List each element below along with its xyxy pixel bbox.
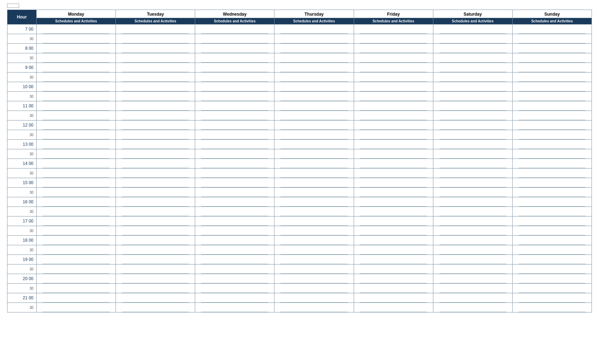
- schedule-cell[interactable]: [433, 73, 512, 82]
- schedule-cell[interactable]: [354, 178, 433, 188]
- schedule-cell[interactable]: [274, 207, 354, 216]
- schedule-cell[interactable]: [195, 159, 274, 168]
- schedule-cell[interactable]: [116, 159, 195, 168]
- schedule-cell[interactable]: [116, 264, 195, 274]
- schedule-cell[interactable]: [195, 168, 274, 178]
- schedule-cell[interactable]: [195, 264, 274, 274]
- schedule-cell[interactable]: [195, 73, 274, 82]
- schedule-cell[interactable]: [116, 293, 195, 303]
- schedule-cell[interactable]: [37, 188, 116, 197]
- schedule-cell[interactable]: [274, 168, 354, 178]
- schedule-cell[interactable]: [354, 207, 433, 216]
- schedule-cell[interactable]: [433, 111, 512, 121]
- schedule-cell[interactable]: [37, 130, 116, 140]
- schedule-cell[interactable]: [274, 53, 354, 63]
- schedule-cell[interactable]: [354, 226, 433, 236]
- schedule-cell[interactable]: [37, 111, 116, 121]
- schedule-cell[interactable]: [274, 121, 354, 130]
- schedule-cell[interactable]: [354, 236, 433, 245]
- schedule-cell[interactable]: [512, 53, 592, 63]
- schedule-cell[interactable]: [354, 130, 433, 140]
- schedule-cell[interactable]: [512, 82, 592, 92]
- schedule-cell[interactable]: [512, 168, 592, 178]
- schedule-cell[interactable]: [195, 44, 274, 53]
- schedule-cell[interactable]: [195, 130, 274, 140]
- schedule-cell[interactable]: [116, 178, 195, 188]
- schedule-cell[interactable]: [512, 111, 592, 121]
- schedule-cell[interactable]: [512, 178, 592, 188]
- schedule-cell[interactable]: [195, 226, 274, 236]
- schedule-cell[interactable]: [433, 130, 512, 140]
- schedule-cell[interactable]: [512, 274, 592, 284]
- schedule-cell[interactable]: [512, 159, 592, 168]
- schedule-cell[interactable]: [354, 197, 433, 207]
- schedule-cell[interactable]: [37, 178, 116, 188]
- schedule-cell[interactable]: [354, 140, 433, 149]
- schedule-cell[interactable]: [274, 293, 354, 303]
- schedule-cell[interactable]: [433, 216, 512, 226]
- schedule-cell[interactable]: [274, 236, 354, 245]
- schedule-cell[interactable]: [433, 284, 512, 293]
- schedule-cell[interactable]: [354, 284, 433, 293]
- schedule-cell[interactable]: [37, 149, 116, 159]
- schedule-cell[interactable]: [354, 82, 433, 92]
- schedule-cell[interactable]: [354, 188, 433, 197]
- schedule-cell[interactable]: [116, 111, 195, 121]
- schedule-cell[interactable]: [195, 274, 274, 284]
- schedule-cell[interactable]: [274, 274, 354, 284]
- schedule-cell[interactable]: [512, 101, 592, 111]
- schedule-cell[interactable]: [116, 34, 195, 44]
- schedule-cell[interactable]: [433, 34, 512, 44]
- schedule-cell[interactable]: [274, 63, 354, 73]
- schedule-cell[interactable]: [37, 197, 116, 207]
- schedule-cell[interactable]: [433, 226, 512, 236]
- schedule-cell[interactable]: [195, 207, 274, 216]
- schedule-cell[interactable]: [116, 121, 195, 130]
- schedule-cell[interactable]: [37, 92, 116, 101]
- schedule-cell[interactable]: [116, 245, 195, 255]
- schedule-cell[interactable]: [512, 284, 592, 293]
- schedule-cell[interactable]: [116, 284, 195, 293]
- schedule-cell[interactable]: [512, 121, 592, 130]
- schedule-cell[interactable]: [354, 149, 433, 159]
- schedule-cell[interactable]: [512, 245, 592, 255]
- schedule-cell[interactable]: [37, 226, 116, 236]
- schedule-cell[interactable]: [512, 44, 592, 53]
- schedule-cell[interactable]: [116, 197, 195, 207]
- schedule-cell[interactable]: [512, 34, 592, 44]
- schedule-cell[interactable]: [433, 168, 512, 178]
- schedule-cell[interactable]: [354, 63, 433, 73]
- schedule-cell[interactable]: [512, 149, 592, 159]
- schedule-cell[interactable]: [512, 216, 592, 226]
- schedule-cell[interactable]: [433, 245, 512, 255]
- schedule-cell[interactable]: [116, 303, 195, 312]
- schedule-cell[interactable]: [274, 82, 354, 92]
- schedule-cell[interactable]: [433, 121, 512, 130]
- schedule-cell[interactable]: [116, 53, 195, 63]
- schedule-cell[interactable]: [37, 34, 116, 44]
- schedule-cell[interactable]: [195, 149, 274, 159]
- schedule-cell[interactable]: [274, 92, 354, 101]
- schedule-cell[interactable]: [37, 25, 116, 34]
- schedule-cell[interactable]: [512, 63, 592, 73]
- schedule-cell[interactable]: [433, 63, 512, 73]
- schedule-cell[interactable]: [116, 73, 195, 82]
- schedule-cell[interactable]: [354, 255, 433, 264]
- schedule-cell[interactable]: [512, 25, 592, 34]
- schedule-cell[interactable]: [37, 303, 116, 312]
- schedule-cell[interactable]: [37, 101, 116, 111]
- schedule-cell[interactable]: [512, 236, 592, 245]
- schedule-cell[interactable]: [195, 111, 274, 121]
- schedule-cell[interactable]: [37, 140, 116, 149]
- schedule-cell[interactable]: [433, 178, 512, 188]
- schedule-cell[interactable]: [354, 34, 433, 44]
- schedule-cell[interactable]: [512, 197, 592, 207]
- schedule-cell[interactable]: [274, 25, 354, 34]
- schedule-cell[interactable]: [116, 255, 195, 264]
- schedule-cell[interactable]: [354, 159, 433, 168]
- schedule-cell[interactable]: [195, 236, 274, 245]
- schedule-cell[interactable]: [433, 53, 512, 63]
- schedule-cell[interactable]: [433, 25, 512, 34]
- schedule-cell[interactable]: [274, 130, 354, 140]
- schedule-cell[interactable]: [37, 236, 116, 245]
